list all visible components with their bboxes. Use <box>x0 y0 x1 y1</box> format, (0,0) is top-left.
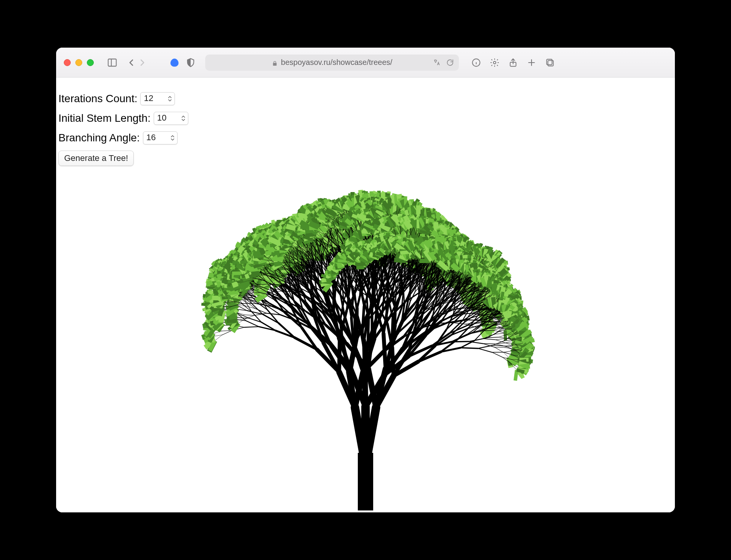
traffic-lights <box>64 59 94 66</box>
close-window-button[interactable] <box>64 59 71 66</box>
lock-icon <box>272 60 278 66</box>
tree-canvas-wrap <box>56 78 675 512</box>
translate-icon[interactable] <box>433 58 441 67</box>
sidebar-icon[interactable] <box>107 57 118 68</box>
svg-rect-10 <box>547 59 552 65</box>
privacy-shield-icon[interactable] <box>185 57 196 68</box>
page-content: Iterations Count: 12 Initial Stem Length… <box>56 78 675 512</box>
svg-rect-0 <box>108 59 116 66</box>
back-button[interactable] <box>127 58 136 67</box>
new-tab-icon[interactable] <box>527 58 537 68</box>
svg-rect-9 <box>548 60 553 66</box>
fullscreen-window-button[interactable] <box>87 59 94 66</box>
minimize-window-button[interactable] <box>75 59 82 66</box>
share-icon[interactable] <box>508 58 518 68</box>
forward-button[interactable] <box>138 58 147 67</box>
browser-toolbar: bespoyasov.ru/showcase/treees/ <box>56 48 675 78</box>
settings-gear-icon[interactable] <box>490 58 500 68</box>
svg-point-5 <box>493 61 496 64</box>
url-bar[interactable]: bespoyasov.ru/showcase/treees/ <box>205 55 459 71</box>
url-text: bespoyasov.ru/showcase/treees/ <box>281 58 392 67</box>
tabs-overview-icon[interactable] <box>545 58 555 68</box>
tree-canvas <box>77 105 654 512</box>
vpn-icon[interactable] <box>169 57 180 68</box>
refresh-icon[interactable] <box>446 58 454 67</box>
browser-window: bespoyasov.ru/showcase/treees/ <box>56 48 675 512</box>
reader-info-icon[interactable] <box>471 58 481 68</box>
